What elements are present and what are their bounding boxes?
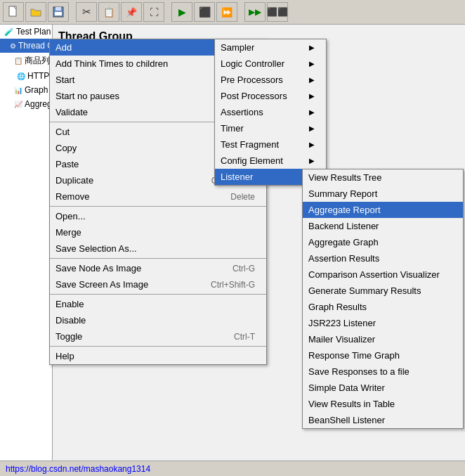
ctx-aggregate-report[interactable]: Aggregate Report bbox=[303, 202, 463, 218]
ctx-label: Duplicate bbox=[55, 175, 93, 186]
ctx-label: Save Selection As... bbox=[55, 243, 137, 254]
ctx-label: Generate Summary Results bbox=[308, 285, 421, 296]
ctx-label: Enable bbox=[55, 299, 84, 309]
ctx-jsr223-listener[interactable]: JSR223 Listener bbox=[303, 315, 463, 331]
ctx-label: Response Time Graph bbox=[308, 350, 400, 361]
ctx-label: Simple Data Writer bbox=[308, 382, 385, 393]
ctx-save-selection[interactable]: Save Selection As... bbox=[50, 240, 266, 257]
sidebar-item-shoplist[interactable]: 📋 商品列 bbox=[0, 53, 52, 69]
ctx-save-node-image[interactable]: Save Node As Image Ctrl-G bbox=[50, 260, 266, 276]
ctx-config-element[interactable]: Config Element bbox=[215, 153, 326, 169]
ctx-post-processors[interactable]: Post Processors bbox=[215, 88, 326, 104]
ctx-sep-3 bbox=[50, 258, 266, 259]
ctx-merge[interactable]: Merge bbox=[50, 224, 266, 240]
ctx-test-fragment[interactable]: Test Fragment bbox=[215, 136, 326, 153]
ctx-label: Comparison Assertion Visualizer bbox=[308, 269, 440, 280]
ctx-graph-results[interactable]: Graph Results bbox=[303, 299, 463, 315]
ctx-sampler[interactable]: Sampler bbox=[215, 39, 326, 56]
sidebar-item-label: Test Plan bbox=[16, 27, 51, 37]
ctx-label: Toggle bbox=[55, 331, 82, 342]
remote-stop-button[interactable]: ⬛⬛ bbox=[267, 2, 288, 22]
ctx-assertions[interactable]: Assertions bbox=[215, 104, 326, 120]
ctx-label: Config Element bbox=[221, 155, 283, 166]
ctx-add-label: Add bbox=[55, 42, 72, 53]
ctx-label: Aggregate Graph bbox=[308, 237, 379, 247]
ctx-timer[interactable]: Timer bbox=[215, 120, 326, 136]
ctx-label: Timer bbox=[221, 123, 244, 134]
sidebar-item-http[interactable]: 🌐 HTTP P bbox=[0, 69, 52, 83]
ctx-shortcut: Ctrl-T bbox=[234, 332, 255, 342]
threadgroup-icon: ⚙ bbox=[10, 42, 16, 50]
ctx-aggregate-graph[interactable]: Aggregate Graph bbox=[303, 234, 463, 250]
sidebar-item-graph[interactable]: 📊 Graph bbox=[0, 83, 52, 97]
ctx-label: Start bbox=[55, 75, 74, 85]
ctx-sep-4 bbox=[50, 294, 266, 295]
remote-run-button[interactable]: ▶▶ bbox=[244, 2, 266, 22]
ctx-label: Sampler bbox=[221, 42, 254, 53]
ctx-beanshell-listener[interactable]: BeanShell Listener bbox=[303, 412, 463, 428]
ctx-disable[interactable]: Disable bbox=[50, 312, 266, 328]
ctx-label: Save Screen As Image bbox=[55, 279, 148, 290]
ctx-save-screen-image[interactable]: Save Screen As Image Ctrl+Shift-G bbox=[50, 276, 266, 292]
ctx-label: Test Fragment bbox=[221, 139, 279, 150]
ctx-logic-controller[interactable]: Logic Controller bbox=[215, 56, 326, 72]
ctx-help[interactable]: Help bbox=[50, 348, 266, 364]
ctx-response-time-graph[interactable]: Response Time Graph bbox=[303, 347, 463, 364]
ctx-assertion-results[interactable]: Assertion Results bbox=[303, 250, 463, 266]
expand-button[interactable]: ⛶ bbox=[143, 2, 164, 22]
ctx-shortcut: Ctrl+Shift-G bbox=[211, 280, 255, 290]
run-no-pause-button[interactable]: ⏩ bbox=[216, 2, 237, 22]
new-button[interactable] bbox=[3, 2, 24, 22]
ctx-view-results-table[interactable]: View Results in Table bbox=[303, 396, 463, 412]
ctx-label: Assertion Results bbox=[308, 253, 379, 264]
ctx-label: View Results Tree bbox=[308, 172, 382, 183]
ctx-label: Cut bbox=[55, 127, 70, 137]
ctx-generate-summary[interactable]: Generate Summary Results bbox=[303, 283, 463, 299]
ctx-label: Pre Processors bbox=[221, 75, 283, 85]
open-button[interactable] bbox=[25, 2, 46, 22]
ctx-label: Save Responses to a file bbox=[308, 366, 410, 377]
cut-button[interactable]: ✂ bbox=[76, 2, 97, 22]
copy-button[interactable]: 📋 bbox=[98, 2, 119, 22]
graph-icon: 📊 bbox=[14, 86, 22, 94]
ctx-summary-report[interactable]: Summary Report bbox=[303, 186, 463, 202]
ctx-sep-2 bbox=[50, 206, 266, 207]
ctx-label: Mailer Visualizer bbox=[308, 334, 375, 345]
sidebar-item-threadgroup[interactable]: ⚙ Thread G bbox=[0, 39, 52, 53]
ctx-label: Paste bbox=[55, 159, 79, 169]
ctx-mailer-visualizer[interactable]: Mailer Visualizer bbox=[303, 331, 463, 347]
ctx-enable[interactable]: Enable bbox=[50, 296, 266, 312]
ctx-label: Copy bbox=[55, 143, 77, 153]
ctx-backend-listener[interactable]: Backend Listener bbox=[303, 218, 463, 234]
ctx-label: Add Think Times to children bbox=[55, 58, 168, 69]
sidebar-item-label: Graph bbox=[25, 85, 48, 95]
statusbar-url: https://blog.csdn.net/mashaokang1314 bbox=[6, 464, 150, 474]
ctx-label: Graph Results bbox=[308, 302, 367, 312]
paste-button[interactable]: 📌 bbox=[121, 2, 142, 22]
ctx-simple-data-writer[interactable]: Simple Data Writer bbox=[303, 380, 463, 396]
ctx-shortcut: Delete bbox=[230, 192, 255, 202]
ctx-toggle[interactable]: Toggle Ctrl-T bbox=[50, 328, 266, 345]
ctx-label: Summary Report bbox=[308, 188, 377, 199]
context-menu-add: Sampler Logic Controller Pre Processors … bbox=[214, 39, 327, 186]
ctx-remove[interactable]: Remove Delete bbox=[50, 188, 266, 205]
run-button[interactable]: ▶ bbox=[171, 2, 192, 22]
ctx-pre-processors[interactable]: Pre Processors bbox=[215, 72, 326, 88]
ctx-label: BeanShell Listener bbox=[308, 415, 385, 425]
ctx-save-responses[interactable]: Save Responses to a file bbox=[303, 364, 463, 380]
ctx-label: Backend Listener bbox=[308, 221, 379, 231]
sidebar-item-aggregate[interactable]: 📈 Aggregat bbox=[0, 97, 52, 111]
stop-button[interactable]: ⬛ bbox=[194, 2, 215, 22]
ctx-open[interactable]: Open... bbox=[50, 208, 266, 224]
ctx-label: Start no pauses bbox=[55, 91, 119, 101]
save-button[interactable] bbox=[48, 2, 69, 22]
sidebar-item-label: 商品列 bbox=[25, 55, 50, 67]
ctx-comparison-assertion[interactable]: Comparison Assertion Visualizer bbox=[303, 266, 463, 283]
ctx-label: View Results in Table bbox=[308, 399, 395, 409]
ctx-view-results-tree[interactable]: View Results Tree bbox=[303, 169, 463, 186]
ctx-shortcut: Ctrl-G bbox=[232, 264, 255, 274]
ctx-label: Assertions bbox=[221, 107, 263, 117]
sidebar-item-testplan[interactable]: 🧪 Test Plan bbox=[0, 25, 52, 39]
ctx-label: Aggregate Report bbox=[308, 205, 381, 215]
svg-rect-3 bbox=[55, 12, 62, 15]
